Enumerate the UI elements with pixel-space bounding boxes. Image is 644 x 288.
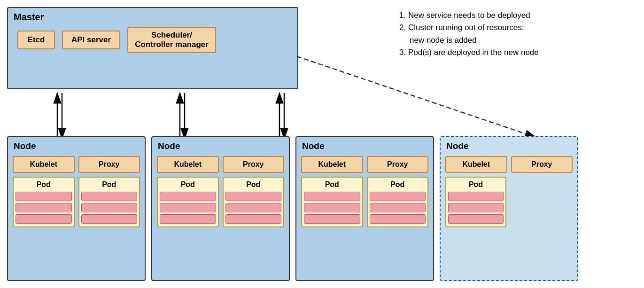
container (16, 214, 72, 224)
node2-kubelet-proxy: Kubelet Proxy (157, 156, 284, 173)
master-components: Etcd API server Scheduler/Controller man… (17, 27, 216, 53)
node2-pod2: Pod (223, 177, 285, 227)
node3-proxy: Proxy (367, 156, 429, 173)
node2-box: Node Kubelet Proxy Pod Pod (151, 136, 290, 281)
node1-label: Node (14, 141, 36, 151)
container (16, 192, 72, 201)
node3-kubelet-proxy: Kubelet Proxy (301, 156, 428, 173)
node3-inner: Kubelet Proxy Pod Pod (301, 156, 428, 227)
node3-pod2: Pod (367, 177, 429, 227)
node4-box: Node Kubelet Proxy Pod (440, 136, 578, 281)
container (304, 192, 360, 201)
node1-inner: Kubelet Proxy Pod Pod (13, 156, 140, 227)
node1-kubelet: Kubelet (13, 156, 75, 173)
container (304, 203, 360, 212)
master-box: Master Etcd API server Scheduler/Control… (7, 7, 298, 89)
annotations: 1. New service needs to be deployed 2. C… (399, 9, 639, 59)
dashed-arrow (297, 56, 535, 137)
node3-pod2-label: Pod (370, 180, 426, 189)
node3-pod1: Pod (301, 177, 363, 227)
node2-proxy: Proxy (223, 156, 285, 173)
node4-proxy: Proxy (511, 156, 573, 173)
diagram-container: Master Etcd API server Scheduler/Control… (5, 5, 639, 283)
node4-label: Node (446, 141, 469, 151)
annotation-line-1: 1. New service needs to be deployed (399, 9, 639, 22)
container (370, 214, 426, 224)
container (81, 214, 138, 224)
container (160, 214, 216, 224)
annotation-line-2: 2. Cluster running out of resources: (399, 22, 639, 34)
api-server-box: API server (62, 31, 120, 49)
node1-pod2: Pod (78, 177, 140, 227)
annotation-line-3: new node is added (399, 34, 639, 47)
container (81, 203, 138, 212)
etcd-box: Etcd (17, 31, 55, 49)
node1-pods: Pod Pod (13, 177, 140, 227)
node3-pod1-label: Pod (304, 180, 360, 189)
node4-pod1-label: Pod (448, 180, 504, 189)
node2-pod2-label: Pod (225, 180, 282, 189)
container (225, 203, 282, 212)
container (160, 203, 216, 212)
node1-kubelet-proxy: Kubelet Proxy (13, 156, 140, 173)
node1-pod1: Pod (13, 177, 75, 227)
node3-pods: Pod Pod (301, 177, 428, 227)
node4-kubelet-proxy: Kubelet Proxy (445, 156, 573, 173)
container (370, 203, 426, 212)
container (448, 203, 504, 212)
node1-box: Node Kubelet Proxy Pod Pod (7, 136, 146, 281)
node2-label: Node (158, 141, 180, 151)
container (16, 203, 72, 212)
container (304, 214, 360, 224)
node4-inner: Kubelet Proxy Pod (445, 156, 573, 227)
container (448, 192, 504, 201)
container (225, 192, 282, 201)
container (81, 192, 138, 201)
node1-pod2-label: Pod (81, 180, 138, 189)
node2-inner: Kubelet Proxy Pod Pod (157, 156, 284, 227)
master-label: Master (14, 12, 44, 23)
annotation-line-4: 3. Pod(s) are deployed in the new node (399, 47, 639, 59)
container (225, 214, 282, 224)
node1-pod1-label: Pod (16, 180, 72, 189)
node3-label: Node (302, 141, 325, 151)
node2-pod1-label: Pod (160, 180, 216, 189)
container (160, 192, 216, 201)
scheduler-box: Scheduler/Controller manager (127, 27, 216, 53)
node2-pods: Pod Pod (157, 177, 284, 227)
node4-kubelet: Kubelet (445, 156, 507, 173)
node3-kubelet: Kubelet (301, 156, 363, 173)
node2-pod1: Pod (157, 177, 219, 227)
container (370, 192, 426, 201)
node4-pod1: Pod (445, 177, 506, 227)
node4-pods: Pod (445, 177, 573, 227)
nodes-row: Node Kubelet Proxy Pod Pod (7, 136, 578, 281)
container (448, 214, 504, 224)
node3-box: Node Kubelet Proxy Pod Pod (295, 136, 434, 281)
node2-kubelet: Kubelet (157, 156, 219, 173)
node1-proxy: Proxy (78, 156, 140, 173)
